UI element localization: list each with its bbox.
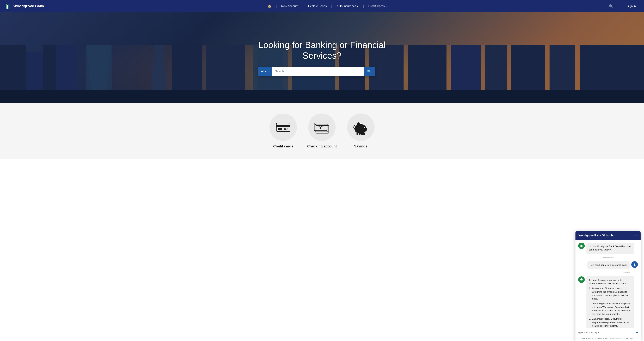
svg-rect-28 <box>276 125 290 127</box>
checking-label: Checking account <box>307 144 337 148</box>
brand[interactable]: Woodgrove Bank <box>6 3 44 9</box>
credit-cards-label: Credit cards <box>273 144 293 148</box>
svg-rect-47 <box>363 133 365 135</box>
svg-point-36 <box>320 126 322 128</box>
brand-name: Woodgrove Bank <box>13 4 44 9</box>
nav-auto-insurance[interactable]: Auto Insurance ▾ <box>334 3 361 10</box>
sign-in-link[interactable]: Sign in <box>624 3 638 9</box>
credit-cards-icon-circle <box>270 114 297 141</box>
service-card-checking[interactable]: Checking account <box>307 114 337 148</box>
home-icon: 🏠 <box>268 5 271 8</box>
svg-point-40 <box>364 128 367 131</box>
services-section: Credit cards Checking account <box>0 103 644 159</box>
search-nav-button[interactable]: 🔍 <box>608 3 614 9</box>
brand-logo <box>6 3 12 9</box>
svg-point-42 <box>364 127 365 128</box>
hero-title: Looking for Banking or Financial Service… <box>258 40 386 61</box>
checking-icon-circle <box>308 114 336 141</box>
nav-new-account[interactable]: New Account <box>278 3 301 9</box>
search-category-dropdown[interactable]: All ▾ <box>258 67 272 76</box>
svg-rect-0 <box>6 4 7 9</box>
credit-cards-dropdown-icon: ▾ <box>385 5 387 8</box>
search-icon: 🔍 <box>367 70 372 74</box>
search-submit-button[interactable]: 🔍 <box>364 67 375 76</box>
svg-rect-45 <box>359 133 360 135</box>
nav-right: 🔍 | Sign in <box>608 3 638 9</box>
auto-insurance-dropdown-icon: ▾ <box>357 5 358 8</box>
hero-search-bar: All ▾ 🔍 <box>258 67 375 76</box>
svg-rect-43 <box>360 123 362 124</box>
svg-rect-29 <box>278 128 282 129</box>
main-nav: 🏠 | New Account | Explore Loans | Auto I… <box>51 3 608 10</box>
service-card-savings[interactable]: Savings <box>347 114 374 148</box>
search-input[interactable] <box>272 67 364 76</box>
svg-point-41 <box>357 122 360 126</box>
hero-content: Looking for Banking or Financial Service… <box>255 40 389 76</box>
svg-rect-46 <box>361 133 363 135</box>
service-card-credit-cards[interactable]: Credit cards <box>270 114 297 148</box>
nav-explore-loans[interactable]: Explore Loans <box>305 3 330 9</box>
svg-rect-44 <box>356 133 358 135</box>
hero-section: Looking for Banking or Financial Service… <box>0 12 644 103</box>
svg-rect-27 <box>276 123 290 132</box>
svg-rect-1 <box>7 5 8 9</box>
navbar: Woodgrove Bank 🏠 | New Account | Explore… <box>0 0 644 12</box>
savings-label: Savings <box>354 144 367 148</box>
nav-credit-cards[interactable]: Credit Cards ▾ <box>366 3 390 10</box>
savings-icon-circle <box>347 114 374 141</box>
svg-rect-2 <box>8 4 10 9</box>
dropdown-chevron-icon: ▾ <box>265 70 266 73</box>
nav-home[interactable]: 🏠 <box>265 3 274 10</box>
